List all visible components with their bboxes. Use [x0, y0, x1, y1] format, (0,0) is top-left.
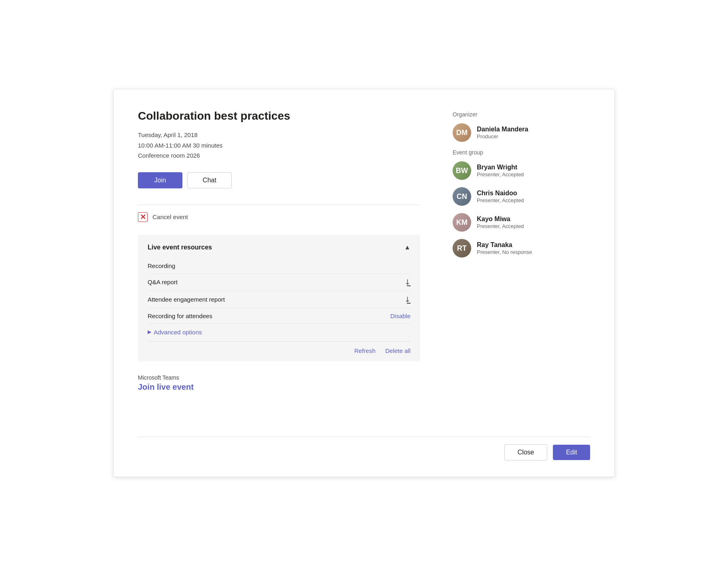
member-info-0: Bryan Wright Presenter, Accepted	[477, 164, 524, 177]
resource-recording-attendees-label: Recording for attendees	[148, 313, 212, 319]
event-date: Tuesday, April 1, 2018	[138, 130, 420, 140]
panel-divider	[148, 341, 411, 342]
resources-title: Live event resources	[148, 244, 212, 251]
organizer-info: Daniela Mandera Producer	[477, 126, 528, 139]
event-time: 10:00 AM-11:00 AM 30 minutes	[138, 140, 420, 151]
resource-row-qa: Q&A report ↓̲	[148, 274, 411, 291]
resource-qa-label: Q&A report	[148, 279, 178, 285]
advanced-options-label: Advanced options	[154, 329, 202, 336]
cancel-event-button[interactable]: ✕ Cancel event	[138, 212, 420, 222]
cancel-x-icon: ✕	[138, 212, 148, 222]
action-buttons: Join Chat	[138, 172, 420, 188]
member-role-0: Presenter, Accepted	[477, 171, 524, 177]
resource-row-recording-attendees: Recording for attendees Disable	[148, 308, 411, 324]
member-role-3: Presenter, No response	[477, 249, 532, 255]
member-row-3: RT Ray Tanaka Presenter, No response	[453, 239, 590, 258]
download-attendee-icon[interactable]: ↓̲	[404, 295, 411, 304]
organizer-row: DM Daniela Mandera Producer	[453, 123, 590, 142]
member-role-1: Presenter, Accepted	[477, 197, 524, 203]
right-column: Organizer DM Daniela Mandera Producer Ev…	[453, 110, 590, 422]
member-name-1: Chris Naidoo	[477, 190, 524, 197]
dialog-footer: Close Edit	[138, 437, 590, 460]
organizer-name: Daniela Mandera	[477, 126, 528, 133]
member-row-2: KM Kayo Miwa Presenter, Accepted	[453, 213, 590, 232]
avatar-bryan-initials: BW	[456, 167, 468, 175]
refresh-button[interactable]: Refresh	[354, 347, 376, 354]
organizer-role: Producer	[477, 133, 528, 139]
resources-header: Live event resources ▲	[148, 244, 411, 251]
avatar-ray: RT	[453, 239, 471, 258]
join-button[interactable]: Join	[138, 172, 182, 188]
chevron-up-icon[interactable]: ▲	[404, 244, 411, 251]
panel-actions: Refresh Delete all	[148, 346, 411, 354]
disable-button[interactable]: Disable	[390, 313, 411, 319]
member-row-0: BW Bryan Wright Presenter, Accepted	[453, 161, 590, 180]
member-info-2: Kayo Miwa Presenter, Accepted	[477, 215, 524, 229]
member-info-1: Chris Naidoo Presenter, Accepted	[477, 190, 524, 203]
avatar-kayo-initials: KM	[456, 218, 468, 227]
ms-teams-label: Microsoft Teams	[138, 374, 420, 381]
event-meta: Tuesday, April 1, 2018 10:00 AM-11:00 AM…	[138, 130, 420, 161]
event-group-section-label: Event group	[453, 149, 590, 156]
avatar-bryan: BW	[453, 161, 471, 180]
avatar-chris: CN	[453, 187, 471, 206]
event-title: Collaboration best practices	[138, 110, 420, 122]
dialog-body: Collaboration best practices Tuesday, Ap…	[138, 110, 590, 422]
avatar-ray-initials: RT	[457, 244, 467, 253]
member-name-2: Kayo Miwa	[477, 215, 524, 223]
member-name-3: Ray Tanaka	[477, 241, 532, 249]
resource-recording-label: Recording	[148, 262, 175, 269]
chat-button[interactable]: Chat	[187, 172, 232, 188]
resource-row-attendee: Attendee engagement report ↓̲	[148, 291, 411, 308]
download-qa-icon[interactable]: ↓̲	[404, 278, 411, 287]
member-info-3: Ray Tanaka Presenter, No response	[477, 241, 532, 255]
member-name-0: Bryan Wright	[477, 164, 524, 171]
left-column: Collaboration best practices Tuesday, Ap…	[138, 110, 420, 422]
resources-panel: Live event resources ▲ Recording Q&A rep…	[138, 235, 420, 361]
member-role-2: Presenter, Accepted	[477, 223, 524, 229]
organizer-section-label: Organizer	[453, 111, 590, 118]
resource-attendee-label: Attendee engagement report	[148, 296, 225, 303]
avatar-kayo: KM	[453, 213, 471, 232]
divider-1	[138, 205, 420, 205]
member-row-1: CN Chris Naidoo Presenter, Accepted	[453, 187, 590, 206]
resource-row-recording: Recording	[148, 258, 411, 274]
close-button[interactable]: Close	[504, 444, 548, 460]
avatar-chris-initials: CN	[457, 192, 467, 201]
ms-teams-section: Microsoft Teams Join live event	[138, 374, 420, 392]
event-dialog: Collaboration best practices Tuesday, Ap…	[113, 89, 615, 477]
advanced-arrow-icon: ▶	[148, 329, 151, 335]
event-location: Conference room 2026	[138, 150, 420, 161]
organizer-initials: DM	[456, 129, 468, 137]
delete-all-button[interactable]: Delete all	[385, 347, 411, 354]
edit-button[interactable]: Edit	[553, 445, 590, 460]
join-live-event-link[interactable]: Join live event	[138, 382, 420, 392]
cancel-event-label: Cancel event	[152, 213, 188, 220]
organizer-avatar: DM	[453, 123, 471, 142]
advanced-options-button[interactable]: ▶ Advanced options	[148, 329, 411, 336]
